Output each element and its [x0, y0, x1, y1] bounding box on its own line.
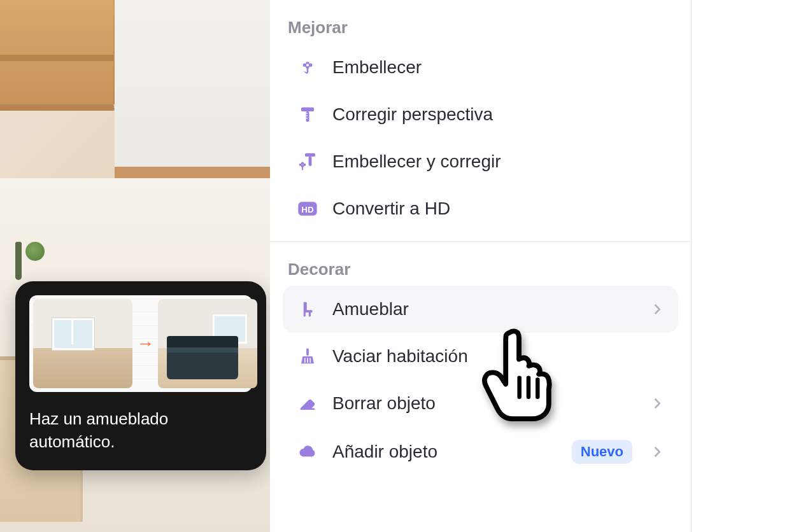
svg-rect-12: [309, 157, 312, 166]
broom-icon: [297, 346, 318, 367]
arrow-right-icon: →: [136, 333, 154, 354]
hd-icon: HD: [297, 198, 318, 220]
menu-item-vaciar-habitacion[interactable]: Vaciar habitación: [283, 333, 678, 380]
svg-point-2: [309, 64, 313, 67]
menu-item-label: Vaciar habitación: [332, 346, 664, 367]
tooltip-card: → Haz un amueblado automático.: [15, 281, 266, 470]
app-frame: → Haz un amueblado automático. Mejorar: [0, 0, 810, 532]
chevron-right-icon: [650, 445, 664, 459]
menu-item-anadir-objeto[interactable]: Añadir objeto Nuevo: [283, 427, 678, 477]
tooltip-preview-row: →: [29, 295, 252, 392]
svg-rect-21: [304, 358, 306, 363]
menu-item-label: Añadir objeto: [332, 442, 558, 462]
menu-item-label: Embellecer: [332, 57, 664, 78]
flower-icon: [297, 57, 318, 78]
menu-item-label: Embellecer y corregir: [332, 151, 664, 172]
menu-item-label: Convertir a HD: [332, 199, 664, 219]
cloud-icon: [297, 441, 318, 463]
svg-rect-10: [306, 118, 308, 118]
chevron-right-icon: [650, 396, 664, 410]
section-header-decorar: Decorar: [283, 242, 678, 286]
left-image-column: → Haz un amueblado automático.: [0, 0, 270, 532]
menu-item-label: Borrar objeto: [332, 393, 636, 414]
menu-item-convertir-hd[interactable]: HD Convertir a HD: [283, 185, 678, 232]
menu-item-borrar-objeto[interactable]: Borrar objeto: [283, 380, 678, 427]
svg-rect-5: [307, 67, 309, 73]
svg-rect-20: [306, 349, 309, 356]
chair-icon: [297, 298, 318, 320]
svg-rect-17: [302, 167, 303, 170]
tooltip-text: Haz un amueblado automático.: [29, 407, 252, 454]
t-ruler-icon: [297, 104, 318, 125]
svg-rect-9: [306, 115, 308, 116]
svg-rect-23: [310, 358, 311, 363]
menu-panel: Mejorar Embellecer: [270, 0, 692, 532]
menu-item-embellecer-y-corregir[interactable]: Embellecer y corregir: [283, 138, 678, 185]
menu-item-amueblar[interactable]: Amueblar: [283, 286, 678, 333]
right-whitespace: [692, 0, 810, 532]
svg-rect-7: [306, 111, 309, 122]
menu-item-embellecer[interactable]: Embellecer: [283, 44, 678, 91]
svg-point-4: [306, 64, 309, 66]
section-header-mejorar: Mejorar: [283, 0, 678, 44]
svg-text:HD: HD: [301, 205, 314, 214]
svg-rect-6: [301, 108, 314, 111]
svg-rect-22: [307, 358, 308, 363]
preview-before-image: [33, 299, 132, 388]
chevron-right-icon: [650, 302, 664, 316]
preview-after-image: [158, 299, 257, 388]
menu-item-label: Corregir perspectiva: [332, 104, 664, 125]
menu-item-corregir-perspectiva[interactable]: Corregir perspectiva: [283, 91, 678, 138]
eraser-icon: [297, 393, 318, 414]
badge-new: Nuevo: [572, 440, 632, 464]
menu-item-label: Amueblar: [332, 299, 636, 319]
svg-rect-11: [305, 153, 315, 157]
flower-ruler-icon: [297, 151, 318, 172]
svg-point-1: [303, 64, 307, 67]
svg-rect-8: [306, 113, 308, 114]
